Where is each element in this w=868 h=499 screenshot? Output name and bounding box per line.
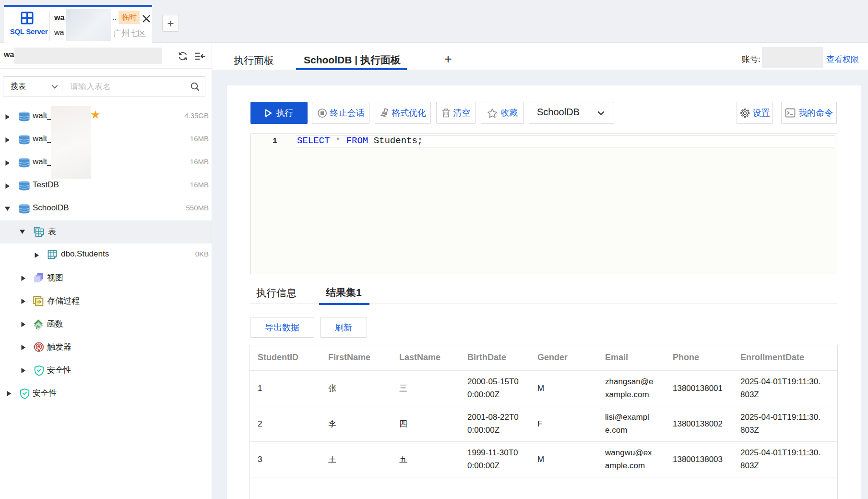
svg-text:fx: fx <box>36 324 40 329</box>
